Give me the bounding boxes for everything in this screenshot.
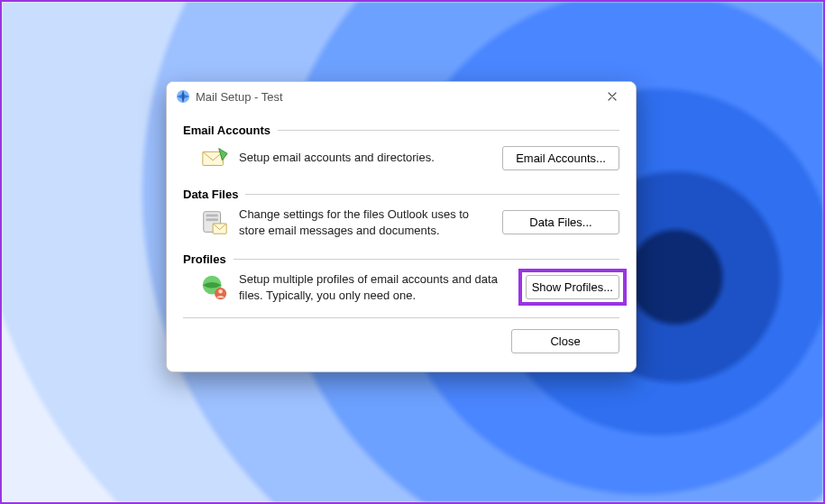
screenshot-frame: Mail Setup - Test Email Accounts: [0, 0, 825, 504]
separator-line: [245, 194, 619, 195]
separator-line: [278, 130, 619, 131]
section-body-data-files: Change settings for the files Outlook us…: [183, 205, 619, 245]
window-title: Mail Setup - Test: [196, 90, 592, 104]
mail-app-icon: [176, 89, 190, 104]
section-title: Data Files: [183, 188, 238, 201]
close-button[interactable]: Close: [511, 329, 619, 353]
highlighted-button-wrapper: Show Profiles...: [526, 275, 619, 299]
separator-line: [234, 259, 619, 260]
section-header-profiles: Profiles: [183, 252, 619, 266]
titlebar: Mail Setup - Test: [167, 82, 636, 111]
close-icon: [608, 92, 617, 101]
envelope-icon: [199, 142, 230, 173]
section-description: Setup email accounts and directories.: [239, 150, 493, 166]
svg-rect-4: [206, 218, 218, 221]
svg-point-8: [218, 289, 223, 294]
data-files-icon: [199, 207, 230, 238]
mail-setup-dialog: Mail Setup - Test Email Accounts: [166, 81, 637, 372]
section-body-email-accounts: Setup email accounts and directories. Em…: [183, 141, 619, 180]
section-description: Change settings for the files Outlook us…: [239, 206, 493, 238]
dialog-footer: Close: [183, 329, 619, 359]
section-title: Email Accounts: [183, 124, 270, 137]
section-title: Profiles: [183, 252, 226, 266]
footer-separator: [183, 317, 619, 318]
section-header-email-accounts: Email Accounts: [183, 124, 619, 137]
data-files-button[interactable]: Data Files...: [502, 210, 619, 234]
section-header-data-files: Data Files: [183, 188, 619, 201]
section-description: Setup multiple profiles of email account…: [239, 271, 517, 303]
section-body-profiles: Setup multiple profiles of email account…: [183, 270, 619, 310]
email-accounts-button[interactable]: Email Accounts...: [502, 146, 619, 170]
close-window-button[interactable]: [592, 84, 632, 109]
svg-rect-3: [206, 214, 218, 216]
dialog-content: Email Accounts Setup email accounts and …: [167, 111, 636, 371]
show-profiles-button[interactable]: Show Profiles...: [526, 275, 619, 299]
profiles-icon: [199, 272, 230, 303]
